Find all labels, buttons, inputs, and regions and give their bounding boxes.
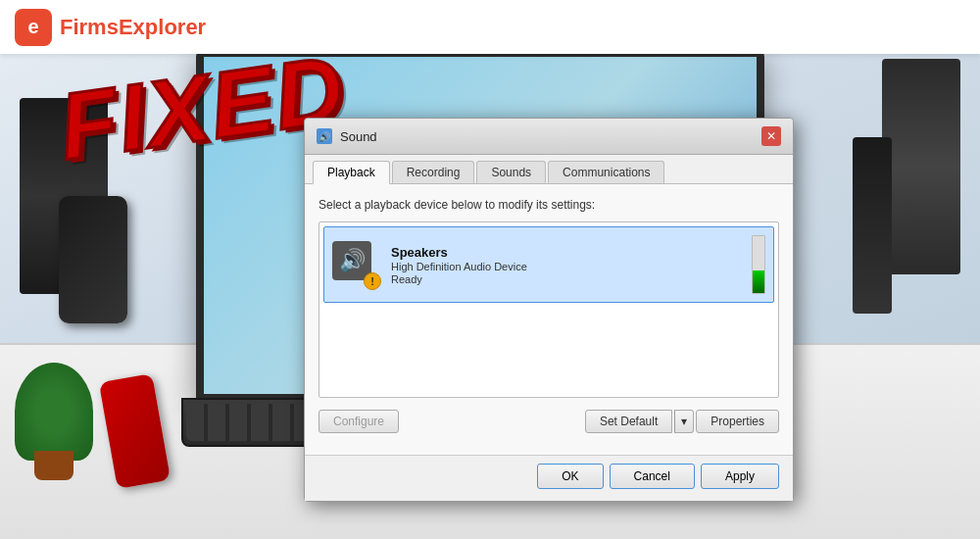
- plant-pot: [34, 451, 74, 480]
- ok-button[interactable]: OK: [537, 464, 603, 489]
- device-name: Speakers: [391, 245, 740, 260]
- dialog-content: Select a playback device below to modify…: [305, 183, 793, 455]
- speaker-right: [882, 59, 960, 274]
- warning-badge: !: [364, 272, 381, 290]
- tab-communications[interactable]: Communications: [548, 161, 664, 183]
- volume-bar: [752, 235, 765, 294]
- right-buttons: Set Default ▾ Properties: [585, 410, 779, 433]
- tab-playback[interactable]: Playback: [313, 161, 390, 184]
- device-left: [59, 196, 127, 323]
- logo-bar: e FirmsExplorer: [0, 0, 980, 54]
- speaker-stand-right: [853, 137, 892, 314]
- properties-button[interactable]: Properties: [696, 410, 779, 433]
- dialog-titlebar: 🔊 Sound ✕: [305, 119, 793, 155]
- cancel-button[interactable]: Cancel: [610, 464, 695, 489]
- device-list: 🔊 ! Speakers High Definition Audio Devic…: [318, 221, 779, 398]
- logo-text: FirmsExplorer: [60, 15, 206, 40]
- configure-button[interactable]: Configure: [318, 410, 399, 433]
- button-row-controls: Configure Set Default ▾ Properties: [318, 410, 779, 433]
- plant: [15, 363, 93, 461]
- set-default-arrow-button[interactable]: ▾: [674, 410, 694, 433]
- dialog-title-left: 🔊 Sound: [317, 128, 377, 144]
- dialog-action-buttons: OK Cancel Apply: [305, 455, 793, 501]
- tab-recording[interactable]: Recording: [392, 161, 475, 183]
- logo-icon: e: [15, 9, 52, 46]
- device-type: High Definition Audio Device: [391, 261, 740, 272]
- sound-icon: 🔊: [317, 128, 332, 144]
- apply-button[interactable]: Apply: [701, 464, 779, 489]
- device-icon-wrapper: 🔊 !: [332, 241, 379, 288]
- device-item-speakers[interactable]: 🔊 ! Speakers High Definition Audio Devic…: [323, 226, 774, 303]
- tab-sounds[interactable]: Sounds: [476, 161, 546, 183]
- dialog-title-text: Sound: [340, 129, 377, 144]
- device-status: Ready: [391, 273, 740, 285]
- dialog-tabs: Playback Recording Sounds Communications: [305, 155, 793, 183]
- volume-fill: [753, 270, 764, 293]
- dialog-instruction: Select a playback device below to modify…: [318, 198, 779, 212]
- sound-dialog: 🔊 Sound ✕ Playback Recording Sounds Comm…: [304, 118, 794, 502]
- device-info: Speakers High Definition Audio Device Re…: [391, 245, 740, 285]
- close-button[interactable]: ✕: [761, 126, 781, 146]
- set-default-button[interactable]: Set Default: [585, 410, 672, 433]
